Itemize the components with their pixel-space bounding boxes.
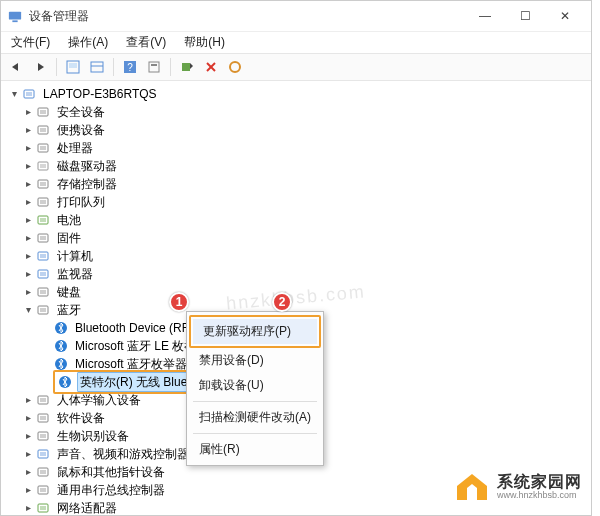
cpu-icon xyxy=(35,140,51,156)
bluetooth-icon xyxy=(35,302,51,318)
tree-category[interactable]: ▸便携设备 xyxy=(3,121,591,139)
toolbar-properties-icon[interactable] xyxy=(143,56,165,78)
ctx-disable-device[interactable]: 禁用设备(D) xyxy=(189,348,321,373)
expand-icon[interactable]: ▸ xyxy=(21,141,35,155)
tree-category-label: 网络适配器 xyxy=(55,499,119,515)
tree-category-label: 鼠标和其他指针设备 xyxy=(55,463,167,481)
tree-category[interactable]: ▸监视器 xyxy=(3,265,591,283)
expand-icon[interactable]: ▸ xyxy=(21,159,35,173)
expand-icon[interactable]: ▸ xyxy=(21,177,35,191)
tree-category[interactable]: ▸电池 xyxy=(3,211,591,229)
toolbar-view-icon[interactable] xyxy=(86,56,108,78)
tree-category-label: 打印队列 xyxy=(55,193,107,211)
tree-category-label: 声音、视频和游戏控制器 xyxy=(55,445,191,463)
tree-category-label: 生物识别设备 xyxy=(55,427,131,445)
svg-rect-17 xyxy=(40,110,46,114)
svg-rect-27 xyxy=(40,200,46,204)
ctx-separator xyxy=(193,433,317,434)
svg-rect-57 xyxy=(40,506,46,510)
bluetooth-icon xyxy=(57,374,73,390)
svg-rect-25 xyxy=(40,182,46,186)
tree-category-label: 蓝牙 xyxy=(55,301,83,319)
menubar: 文件(F) 操作(A) 查看(V) 帮助(H) xyxy=(1,31,591,53)
app-icon xyxy=(7,8,23,24)
ctx-update-driver[interactable]: 更新驱动程序(P) xyxy=(193,319,317,344)
expand-icon[interactable]: ▾ xyxy=(21,303,35,317)
keyboard-icon xyxy=(35,284,51,300)
tree-category[interactable]: ▸固件 xyxy=(3,229,591,247)
svg-rect-8 xyxy=(149,62,159,72)
expand-icon[interactable]: ▸ xyxy=(21,483,35,497)
svg-rect-10 xyxy=(182,63,190,71)
toolbar-scan-icon[interactable] xyxy=(176,56,198,78)
maximize-button[interactable]: ☐ xyxy=(505,2,545,30)
window-title: 设备管理器 xyxy=(29,8,465,25)
tree-category-label: 计算机 xyxy=(55,247,95,265)
svg-rect-21 xyxy=(40,146,46,150)
svg-rect-47 xyxy=(40,416,46,420)
toolbar-refresh-icon[interactable] xyxy=(224,56,246,78)
expand-icon[interactable]: ▸ xyxy=(21,105,35,119)
window-controls: — ☐ ✕ xyxy=(465,2,585,30)
brand-url: www.hnzkhbsb.com xyxy=(497,491,582,501)
expand-icon[interactable]: ▸ xyxy=(21,465,35,479)
ctx-scan-hardware[interactable]: 扫描检测硬件改动(A) xyxy=(189,405,321,430)
menu-action[interactable]: 操作(A) xyxy=(62,32,114,53)
tree-category[interactable]: ▸处理器 xyxy=(3,139,591,157)
expand-icon[interactable]: ▸ xyxy=(21,429,35,443)
ctx-properties[interactable]: 属性(R) xyxy=(189,437,321,462)
tree-category-label: 磁盘驱动器 xyxy=(55,157,119,175)
toolbar-help-icon[interactable]: ? xyxy=(119,56,141,78)
expand-icon[interactable]: ▸ xyxy=(21,249,35,263)
svg-rect-4 xyxy=(91,62,103,72)
bluetooth-icon xyxy=(53,338,69,354)
menu-view[interactable]: 查看(V) xyxy=(120,32,172,53)
tree-root[interactable]: ▾LAPTOP-E3B6RTQS xyxy=(3,85,591,103)
expand-icon[interactable]: ▸ xyxy=(21,285,35,299)
tree-category[interactable]: ▸计算机 xyxy=(3,247,591,265)
tree-category-label: 处理器 xyxy=(55,139,95,157)
brand-watermark: 系统家园网 www.hnzkhbsb.com xyxy=(455,472,582,502)
ctx-separator xyxy=(193,401,317,402)
menu-file[interactable]: 文件(F) xyxy=(5,32,56,53)
callout-2: 2 xyxy=(272,292,292,312)
minimize-button[interactable]: — xyxy=(465,2,505,30)
tree-category[interactable]: ▸键盘 xyxy=(3,283,591,301)
tree-category[interactable]: ▸磁盘驱动器 xyxy=(3,157,591,175)
ctx-uninstall-device[interactable]: 卸载设备(U) xyxy=(189,373,321,398)
context-menu: 更新驱动程序(P) 禁用设备(D) 卸载设备(U) 扫描检测硬件改动(A) 属性… xyxy=(186,311,324,466)
svg-rect-1 xyxy=(12,20,17,22)
svg-rect-31 xyxy=(40,236,46,240)
callout-1: 1 xyxy=(169,292,189,312)
nav-forward-button[interactable] xyxy=(29,56,51,78)
titlebar: 设备管理器 — ☐ ✕ xyxy=(1,1,591,31)
hid-icon xyxy=(35,392,51,408)
expand-icon[interactable]: ▸ xyxy=(21,411,35,425)
expand-icon[interactable]: ▸ xyxy=(21,447,35,461)
svg-rect-66 xyxy=(467,488,477,500)
tree-category-label: 软件设备 xyxy=(55,409,107,427)
toolbar-uninstall-icon[interactable] xyxy=(200,56,222,78)
close-button[interactable]: ✕ xyxy=(545,2,585,30)
expand-icon[interactable]: ▸ xyxy=(21,231,35,245)
expand-icon[interactable]: ▸ xyxy=(21,501,35,515)
expand-icon[interactable]: ▸ xyxy=(21,123,35,137)
tree-category-label: 人体学输入设备 xyxy=(55,391,143,409)
tree-category[interactable]: ▸存储控制器 xyxy=(3,175,591,193)
menu-help[interactable]: 帮助(H) xyxy=(178,32,231,53)
toolbar-separator xyxy=(113,58,114,76)
tree-root-label: LAPTOP-E3B6RTQS xyxy=(41,85,159,103)
expand-icon[interactable]: ▸ xyxy=(21,213,35,227)
toolbar-console-icon[interactable] xyxy=(62,56,84,78)
expand-icon[interactable]: ▸ xyxy=(21,393,35,407)
svg-rect-33 xyxy=(40,254,46,258)
expand-icon[interactable]: ▸ xyxy=(21,195,35,209)
nav-back-button[interactable] xyxy=(5,56,27,78)
tree-category[interactable]: ▸安全设备 xyxy=(3,103,591,121)
svg-rect-51 xyxy=(40,452,46,456)
expand-icon[interactable]: ▸ xyxy=(21,267,35,281)
tree-category[interactable]: ▸打印队列 xyxy=(3,193,591,211)
toolbar-separator xyxy=(170,58,171,76)
svg-rect-53 xyxy=(40,470,46,474)
collapse-icon[interactable]: ▾ xyxy=(7,87,21,101)
